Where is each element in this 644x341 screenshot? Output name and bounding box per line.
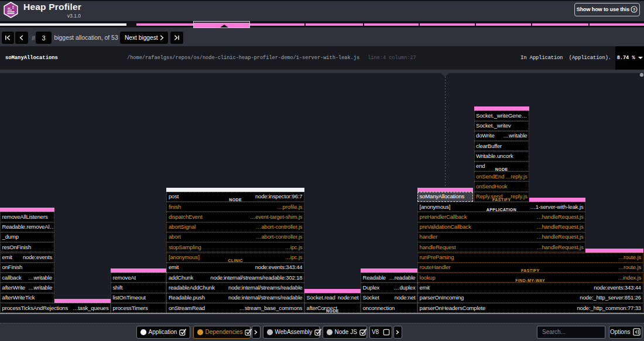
svg-text:?: ? [633,7,636,12]
